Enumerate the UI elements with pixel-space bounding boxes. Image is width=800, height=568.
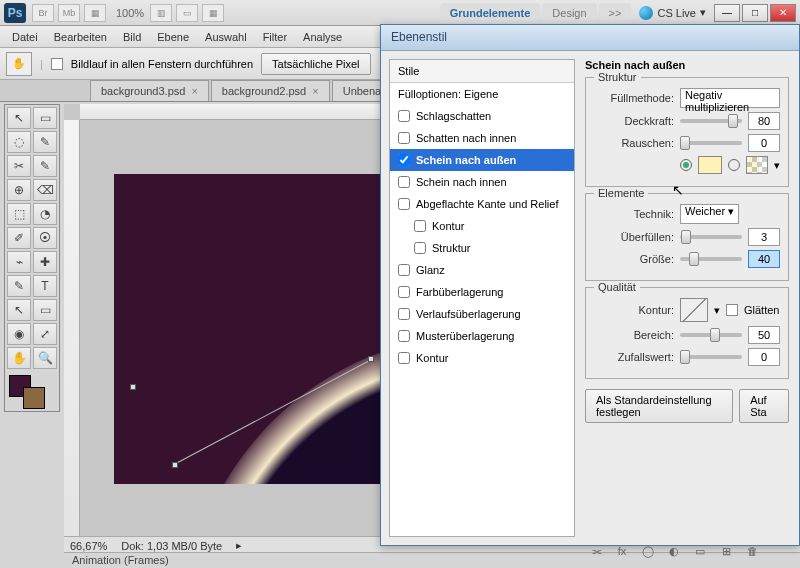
hand-tool-icon[interactable]: ✋ <box>6 52 32 76</box>
zufall-value[interactable]: 0 <box>748 348 780 366</box>
zoom-indicator[interactable]: 100% <box>116 7 144 19</box>
menu-datei[interactable]: Datei <box>6 28 44 46</box>
close-icon[interactable]: × <box>312 85 318 97</box>
glow-gradient[interactable] <box>746 156 768 174</box>
dodge-tool[interactable]: ✚ <box>33 251 57 273</box>
window-close[interactable]: ✕ <box>770 4 796 22</box>
glaetten-checkbox[interactable] <box>726 304 738 316</box>
arrange-icon[interactable]: ▥ <box>150 4 172 22</box>
ueberfuellen-slider[interactable] <box>680 235 742 239</box>
styles-header[interactable]: Stile <box>390 60 574 83</box>
gradient-radio[interactable] <box>728 159 740 171</box>
checkbox[interactable] <box>398 110 410 122</box>
fuellmethode-select[interactable]: Negativ multiplizieren <box>680 88 780 108</box>
rauschen-value[interactable]: 0 <box>748 134 780 152</box>
history-brush-tool[interactable]: ◔ <box>33 203 57 225</box>
blur-tool[interactable]: ⌁ <box>7 251 31 273</box>
gradient-tool[interactable]: ⦿ <box>33 227 57 249</box>
menu-auswahl[interactable]: Auswahl <box>199 28 253 46</box>
style-farbueberlagerung[interactable]: Farbüberlagerung <box>390 281 574 303</box>
style-glanz[interactable]: Glanz <box>390 259 574 281</box>
checkbox[interactable] <box>398 264 410 276</box>
style-musterueberlagerung[interactable]: Musterüberlagerung <box>390 325 574 347</box>
shape-tool[interactable]: ▭ <box>33 299 57 321</box>
bridge-badge[interactable]: Br <box>32 4 54 22</box>
checkbox[interactable] <box>398 308 410 320</box>
bereich-value[interactable]: 50 <box>748 326 780 344</box>
path-handle[interactable] <box>172 462 178 468</box>
style-kante-relief[interactable]: Abgeflachte Kante und Relief <box>390 193 574 215</box>
folder-icon[interactable]: ▭ <box>692 544 708 558</box>
fx-icon[interactable]: fx <box>614 544 630 558</box>
stamp-tool[interactable]: ⬚ <box>7 203 31 225</box>
trash-icon[interactable]: 🗑 <box>744 544 760 558</box>
menu-bearbeiten[interactable]: Bearbeiten <box>48 28 113 46</box>
checkbox[interactable] <box>398 198 410 210</box>
link-icon[interactable]: ⫘ <box>588 544 604 558</box>
adjust-icon[interactable]: ◐ <box>666 544 682 558</box>
zufall-slider[interactable] <box>680 355 742 359</box>
marquee-tool[interactable]: ▭ <box>33 107 57 129</box>
checkbox[interactable] <box>398 352 410 364</box>
new-icon[interactable]: ⊞ <box>718 544 734 558</box>
menu-ebene[interactable]: Ebene <box>151 28 195 46</box>
document-canvas[interactable] <box>114 174 384 484</box>
checkbox[interactable] <box>398 330 410 342</box>
ruler-vertical[interactable] <box>64 120 80 538</box>
glow-color-well[interactable] <box>698 156 722 174</box>
doc-tab-1[interactable]: background2.psd× <box>211 80 330 101</box>
background-swatch[interactable] <box>23 387 45 409</box>
path-select-tool[interactable]: ↖ <box>7 299 31 321</box>
eyedropper-tool[interactable]: ✎ <box>33 155 57 177</box>
checkbox[interactable] <box>414 242 426 254</box>
brush-tool[interactable]: ⌫ <box>33 179 57 201</box>
style-kontur-sub[interactable]: Kontur <box>390 215 574 237</box>
rauschen-slider[interactable] <box>680 141 742 145</box>
screen-icon[interactable]: ▭ <box>176 4 198 22</box>
tab-grundelemente[interactable]: Grundelemente <box>440 3 541 23</box>
move-tool[interactable]: ↖ <box>7 107 31 129</box>
eraser-tool[interactable]: ✐ <box>7 227 31 249</box>
menu-analyse[interactable]: Analyse <box>297 28 348 46</box>
style-kontur[interactable]: Kontur <box>390 347 574 369</box>
window-max[interactable]: □ <box>742 4 768 22</box>
minibridge-badge[interactable]: Mb <box>58 4 80 22</box>
lasso-tool[interactable]: ◌ <box>7 131 31 153</box>
checkbox[interactable] <box>414 220 426 232</box>
menu-bild[interactable]: Bild <box>117 28 147 46</box>
path-handle[interactable] <box>130 384 136 390</box>
tab-design[interactable]: Design <box>542 3 596 23</box>
deckkraft-slider[interactable] <box>680 119 742 123</box>
technik-select[interactable]: Weicher ▾ <box>680 204 739 224</box>
extras-icon[interactable]: ▦ <box>202 4 224 22</box>
cs-live[interactable]: CS Live ▾ <box>639 6 706 20</box>
style-struktur-sub[interactable]: Struktur <box>390 237 574 259</box>
checkbox[interactable] <box>398 286 410 298</box>
actual-pixels-button[interactable]: Tatsächliche Pixel <box>261 53 370 75</box>
hand-tool[interactable]: ✋ <box>7 347 31 369</box>
dialog-title[interactable]: Ebenenstil <box>381 25 799 51</box>
ueberfuellen-value[interactable]: 3 <box>748 228 780 246</box>
pen-tool[interactable]: ✎ <box>7 275 31 297</box>
scroll-all-checkbox[interactable] <box>51 58 63 70</box>
color-radio[interactable] <box>680 159 692 171</box>
style-schein-innen[interactable]: Schein nach innen <box>390 171 574 193</box>
checkbox[interactable] <box>398 154 410 166</box>
view-icon[interactable]: ▦ <box>84 4 106 22</box>
zoom-status[interactable]: 66,67% <box>70 540 107 552</box>
doc-tab-0[interactable]: background3.psd× <box>90 80 209 101</box>
chevron-down-icon[interactable]: ▾ <box>774 159 780 172</box>
checkbox[interactable] <box>398 176 410 188</box>
fill-options[interactable]: Fülloptionen: Eigene <box>390 83 574 105</box>
reset-default-button[interactable]: Auf Sta <box>739 389 789 423</box>
bereich-slider[interactable] <box>680 333 742 337</box>
crop-tool[interactable]: ✂ <box>7 155 31 177</box>
close-icon[interactable]: × <box>191 85 197 97</box>
mask-icon[interactable]: ◯ <box>640 544 656 558</box>
window-min[interactable]: — <box>714 4 740 22</box>
3d-tool[interactable]: ◉ <box>7 323 31 345</box>
zoom-tool[interactable]: 🔍 <box>33 347 57 369</box>
menu-filter[interactable]: Filter <box>257 28 293 46</box>
style-schatten-innen[interactable]: Schatten nach innen <box>390 127 574 149</box>
tab-more[interactable]: >> <box>599 3 632 23</box>
